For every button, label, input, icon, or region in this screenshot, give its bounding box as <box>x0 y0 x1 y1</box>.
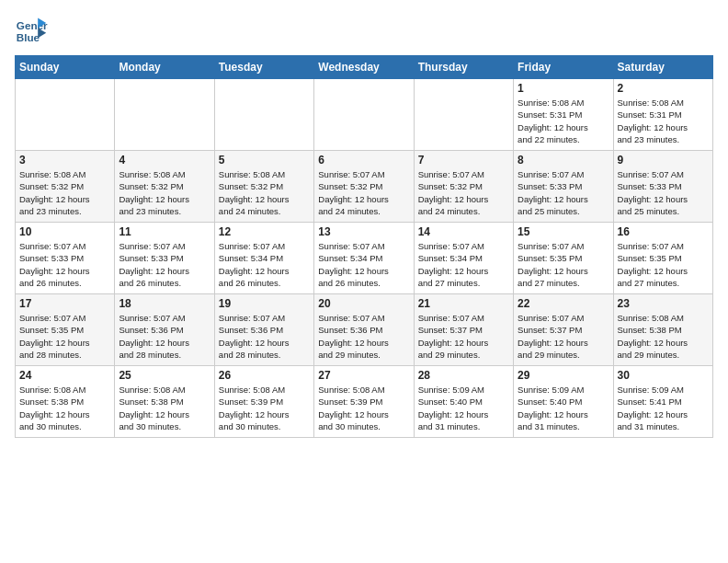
weekday-header-friday: Friday <box>514 56 613 79</box>
weekday-header-monday: Monday <box>115 56 214 79</box>
calendar-cell: 3Sunrise: 5:08 AMSunset: 5:32 PMDaylight… <box>16 151 115 223</box>
day-number: 4 <box>119 154 210 167</box>
weekday-header-saturday: Saturday <box>613 56 712 79</box>
day-number: 19 <box>219 297 310 310</box>
day-number: 18 <box>119 297 210 310</box>
calendar-cell: 27Sunrise: 5:08 AMSunset: 5:39 PMDayligh… <box>314 366 414 438</box>
day-number: 12 <box>219 225 310 238</box>
calendar-week-3: 17Sunrise: 5:07 AMSunset: 5:35 PMDayligh… <box>16 294 713 366</box>
logo-icon: General Blue <box>15 15 48 48</box>
calendar-cell: 23Sunrise: 5:08 AMSunset: 5:38 PMDayligh… <box>613 294 712 366</box>
calendar-cell: 13Sunrise: 5:07 AMSunset: 5:34 PMDayligh… <box>314 223 414 294</box>
calendar-cell: 20Sunrise: 5:07 AMSunset: 5:36 PMDayligh… <box>314 294 414 366</box>
page: General Blue SundayMondayTuesdayWednesda… <box>0 0 728 563</box>
day-number: 23 <box>618 297 709 310</box>
day-info: Sunrise: 5:08 AMSunset: 5:38 PMDaylight:… <box>19 384 110 432</box>
calendar-cell: 5Sunrise: 5:08 AMSunset: 5:32 PMDaylight… <box>214 151 313 223</box>
day-info: Sunrise: 5:08 AMSunset: 5:32 PMDaylight:… <box>19 168 110 217</box>
calendar-cell: 4Sunrise: 5:08 AMSunset: 5:32 PMDaylight… <box>115 151 214 223</box>
calendar-cell <box>16 79 115 151</box>
day-info: Sunrise: 5:07 AMSunset: 5:34 PMDaylight:… <box>318 240 409 289</box>
calendar-cell: 30Sunrise: 5:09 AMSunset: 5:41 PMDayligh… <box>613 366 712 438</box>
calendar-cell: 29Sunrise: 5:09 AMSunset: 5:40 PMDayligh… <box>514 366 613 438</box>
day-number: 11 <box>119 225 210 238</box>
day-number: 7 <box>418 154 509 167</box>
calendar-cell: 2Sunrise: 5:08 AMSunset: 5:31 PMDaylight… <box>613 79 712 151</box>
day-info: Sunrise: 5:07 AMSunset: 5:36 PMDaylight:… <box>219 312 310 361</box>
day-info: Sunrise: 5:07 AMSunset: 5:32 PMDaylight:… <box>418 168 509 217</box>
day-number: 9 <box>618 154 709 167</box>
day-number: 26 <box>219 369 310 382</box>
day-info: Sunrise: 5:07 AMSunset: 5:35 PMDaylight:… <box>19 312 110 361</box>
day-number: 30 <box>618 369 709 382</box>
day-info: Sunrise: 5:08 AMSunset: 5:32 PMDaylight:… <box>219 168 310 217</box>
day-number: 13 <box>318 225 409 238</box>
day-info: Sunrise: 5:07 AMSunset: 5:36 PMDaylight:… <box>318 312 409 361</box>
day-info: Sunrise: 5:07 AMSunset: 5:35 PMDaylight:… <box>618 240 709 289</box>
calendar-cell: 19Sunrise: 5:07 AMSunset: 5:36 PMDayligh… <box>214 294 313 366</box>
day-number: 28 <box>418 369 509 382</box>
day-number: 17 <box>19 297 110 310</box>
day-number: 29 <box>518 369 609 382</box>
calendar-cell: 1Sunrise: 5:08 AMSunset: 5:31 PMDaylight… <box>514 79 613 151</box>
day-info: Sunrise: 5:07 AMSunset: 5:33 PMDaylight:… <box>19 240 110 289</box>
day-number: 14 <box>418 225 509 238</box>
day-number: 16 <box>618 225 709 238</box>
calendar-cell: 9Sunrise: 5:07 AMSunset: 5:33 PMDaylight… <box>613 151 712 223</box>
day-info: Sunrise: 5:07 AMSunset: 5:36 PMDaylight:… <box>119 312 210 361</box>
calendar-cell: 26Sunrise: 5:08 AMSunset: 5:39 PMDayligh… <box>214 366 313 438</box>
calendar-cell: 25Sunrise: 5:08 AMSunset: 5:38 PMDayligh… <box>115 366 214 438</box>
calendar-week-2: 10Sunrise: 5:07 AMSunset: 5:33 PMDayligh… <box>16 223 713 294</box>
calendar-cell <box>214 79 313 151</box>
day-info: Sunrise: 5:09 AMSunset: 5:41 PMDaylight:… <box>618 384 709 432</box>
day-number: 25 <box>119 369 210 382</box>
day-info: Sunrise: 5:08 AMSunset: 5:31 PMDaylight:… <box>518 97 609 145</box>
calendar-cell: 17Sunrise: 5:07 AMSunset: 5:35 PMDayligh… <box>16 294 115 366</box>
day-info: Sunrise: 5:07 AMSunset: 5:32 PMDaylight:… <box>318 168 409 217</box>
weekday-header-row: SundayMondayTuesdayWednesdayThursdayFrid… <box>16 56 713 79</box>
day-info: Sunrise: 5:07 AMSunset: 5:37 PMDaylight:… <box>418 312 509 361</box>
calendar-cell: 21Sunrise: 5:07 AMSunset: 5:37 PMDayligh… <box>414 294 513 366</box>
day-info: Sunrise: 5:09 AMSunset: 5:40 PMDaylight:… <box>418 384 509 432</box>
day-number: 8 <box>518 154 609 167</box>
calendar-table: SundayMondayTuesdayWednesdayThursdayFrid… <box>15 55 713 438</box>
calendar-cell: 28Sunrise: 5:09 AMSunset: 5:40 PMDayligh… <box>414 366 513 438</box>
calendar-cell: 14Sunrise: 5:07 AMSunset: 5:34 PMDayligh… <box>414 223 513 294</box>
day-number: 22 <box>518 297 609 310</box>
day-info: Sunrise: 5:07 AMSunset: 5:34 PMDaylight:… <box>219 240 310 289</box>
day-info: Sunrise: 5:08 AMSunset: 5:39 PMDaylight:… <box>318 384 409 432</box>
day-info: Sunrise: 5:08 AMSunset: 5:31 PMDaylight:… <box>618 97 709 145</box>
day-info: Sunrise: 5:08 AMSunset: 5:38 PMDaylight:… <box>618 312 709 361</box>
day-number: 21 <box>418 297 509 310</box>
weekday-header-sunday: Sunday <box>16 56 115 79</box>
day-number: 1 <box>518 82 609 95</box>
calendar-cell: 15Sunrise: 5:07 AMSunset: 5:35 PMDayligh… <box>514 223 613 294</box>
logo: General Blue <box>15 15 48 48</box>
calendar-cell: 7Sunrise: 5:07 AMSunset: 5:32 PMDaylight… <box>414 151 513 223</box>
weekday-header-wednesday: Wednesday <box>314 56 414 79</box>
day-info: Sunrise: 5:07 AMSunset: 5:33 PMDaylight:… <box>518 168 609 217</box>
calendar-cell: 24Sunrise: 5:08 AMSunset: 5:38 PMDayligh… <box>16 366 115 438</box>
day-info: Sunrise: 5:09 AMSunset: 5:40 PMDaylight:… <box>518 384 609 432</box>
weekday-header-thursday: Thursday <box>414 56 513 79</box>
day-info: Sunrise: 5:08 AMSunset: 5:39 PMDaylight:… <box>219 384 310 432</box>
calendar-cell: 6Sunrise: 5:07 AMSunset: 5:32 PMDaylight… <box>314 151 414 223</box>
calendar-week-0: 1Sunrise: 5:08 AMSunset: 5:31 PMDaylight… <box>16 79 713 151</box>
day-number: 24 <box>19 369 110 382</box>
day-number: 5 <box>219 154 310 167</box>
day-info: Sunrise: 5:07 AMSunset: 5:35 PMDaylight:… <box>518 240 609 289</box>
day-number: 27 <box>318 369 409 382</box>
day-number: 6 <box>318 154 409 167</box>
day-info: Sunrise: 5:07 AMSunset: 5:37 PMDaylight:… <box>518 312 609 361</box>
day-number: 2 <box>618 82 709 95</box>
day-number: 20 <box>318 297 409 310</box>
day-info: Sunrise: 5:08 AMSunset: 5:32 PMDaylight:… <box>119 168 210 217</box>
calendar-cell <box>314 79 414 151</box>
calendar-cell: 12Sunrise: 5:07 AMSunset: 5:34 PMDayligh… <box>214 223 313 294</box>
calendar-cell: 22Sunrise: 5:07 AMSunset: 5:37 PMDayligh… <box>514 294 613 366</box>
calendar-cell: 11Sunrise: 5:07 AMSunset: 5:33 PMDayligh… <box>115 223 214 294</box>
calendar-week-4: 24Sunrise: 5:08 AMSunset: 5:38 PMDayligh… <box>16 366 713 438</box>
header: General Blue <box>15 15 713 48</box>
day-info: Sunrise: 5:07 AMSunset: 5:33 PMDaylight:… <box>119 240 210 289</box>
day-info: Sunrise: 5:07 AMSunset: 5:34 PMDaylight:… <box>418 240 509 289</box>
